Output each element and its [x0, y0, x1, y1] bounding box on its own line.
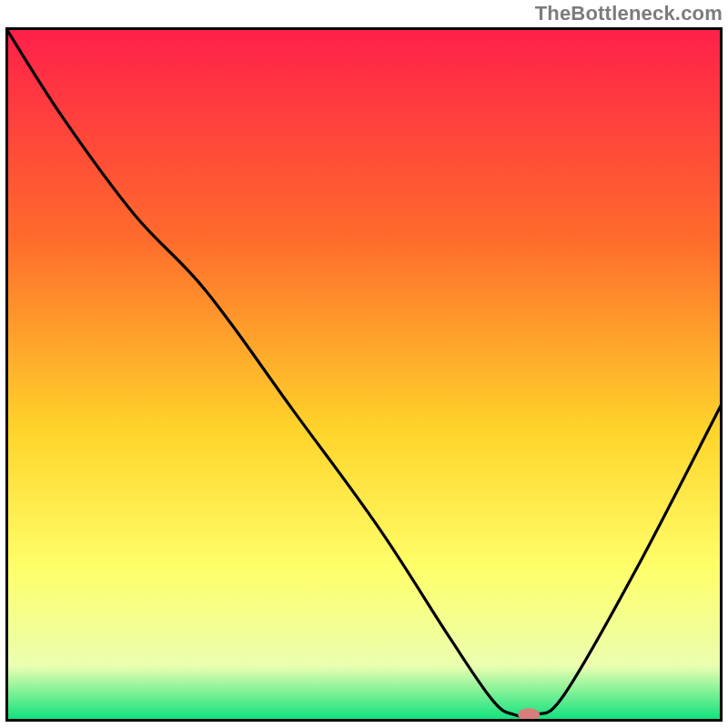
chart-stage: TheBottleneck.com	[0, 0, 728, 728]
gradient-background	[5, 27, 723, 722]
chart-svg	[5, 27, 723, 722]
watermark-text: TheBottleneck.com	[535, 2, 723, 25]
chart-frame	[5, 27, 723, 722]
